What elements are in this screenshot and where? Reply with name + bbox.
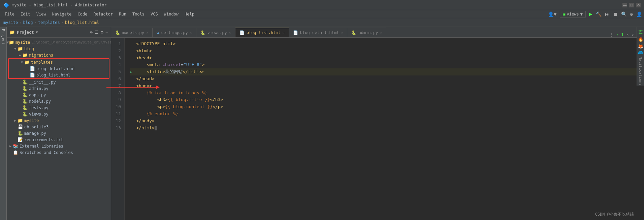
code-editor[interactable]: <!DOCTYPE html> <html> <head> <meta char… [125, 38, 637, 220]
views-button[interactable]: ▣ views ▼ [560, 11, 586, 18]
tab-nav-down-icon[interactable]: ∨ [632, 32, 634, 37]
tab-close-admin[interactable]: ✕ [380, 31, 382, 34]
tree-item-init-py[interactable]: 🐍 __init__.py [7, 79, 111, 85]
tab-blog-list-html[interactable]: 📄 blog_list.html ✕ [235, 28, 289, 37]
editor-area: 🐍 models.py ✕ ⚙ settings.py ✕ 🐍 views.py… [111, 27, 637, 220]
tree-item-manage-py[interactable]: 🐍 manage.py [7, 130, 111, 136]
tree-label-apps-py: apps.py [29, 93, 46, 97]
menu-navigate[interactable]: Navigate [50, 11, 74, 17]
tree-item-external-libs[interactable]: ▶ 📚 External Libraries [7, 143, 111, 149]
tree-item-scratches[interactable]: 📋 Scratches and Consoles [7, 149, 111, 156]
tree-label-blog-detail-html: blog_detail.html [36, 66, 75, 71]
tab-close-blog-list[interactable]: ✕ [283, 31, 285, 35]
tree-item-views-py[interactable]: 🐍 views.py [7, 111, 111, 117]
collapse-all-icon[interactable]: ☰ [95, 30, 99, 35]
menu-view[interactable]: View [34, 11, 49, 17]
cursor-caret [155, 126, 157, 130]
menu-file[interactable]: File [2, 11, 17, 17]
panel-dropdown-icon[interactable]: ▼ [36, 30, 38, 34]
views-dropdown-icon: ▼ [580, 12, 583, 17]
tab-close-views-py[interactable]: ✕ [229, 31, 231, 34]
debug-run-button[interactable]: ⏭ [605, 11, 610, 17]
watermark-text: CSDN @小鲁不吃猪蹄 [595, 212, 634, 217]
tab-nav-up-icon[interactable]: ∧ [626, 32, 629, 37]
tree-label-templates: templates [31, 60, 53, 65]
panel-settings-icon[interactable]: ⚙ [101, 30, 103, 35]
tree-folder-icon-blog: 📁 [18, 46, 23, 51]
tree-item-models-py[interactable]: 🐍 models.py [7, 98, 111, 104]
tree-label-admin-py: admin.py [29, 86, 49, 91]
panel-folder-icon: 📁 [9, 30, 15, 35]
tree-item-requirements-txt[interactable]: 📝 requirements.txt [7, 136, 111, 143]
tree-folder-icon-migrations: 📁 [22, 53, 28, 58]
line-numbers: 12345 678910 111213 [111, 38, 125, 220]
locate-file-icon[interactable]: ⊕ [90, 30, 93, 35]
tree-item-migrations[interactable]: ▶ 📁 migrations [7, 52, 111, 58]
tree-label-models-py: models.py [29, 99, 51, 104]
notification-icon-3[interactable]: 🦊 [638, 44, 643, 49]
user-profile-icon[interactable]: 👤 [636, 11, 642, 17]
tab-more-icon[interactable]: ⋮ [610, 32, 614, 37]
tree-item-admin-py[interactable]: 🐍 admin.py [7, 85, 111, 92]
tree-item-mysite-root[interactable]: ▼ 📁 mysite E:\about_Django\test\mysite_e… [7, 39, 111, 45]
build-button[interactable]: 🔨 [596, 11, 602, 17]
code-line-4: <meta charset="UTF-8"> [130, 61, 637, 68]
tab-bar-actions: ⋮ ✓ 1 ∧ ∨ [607, 32, 637, 37]
close-button[interactable]: ✕ [636, 3, 641, 7]
tree-item-mysite-sub[interactable]: ▶ 📁 mysite [7, 117, 111, 124]
breadcrumb-mysite[interactable]: mysite [3, 20, 18, 25]
menu-code[interactable]: Code [75, 11, 90, 17]
minimize-button[interactable]: — [622, 3, 627, 7]
tree-item-apps-py[interactable]: 🐍 apps.py [7, 92, 111, 98]
notification-icon-2[interactable]: 🔥 [638, 37, 643, 42]
menu-tools[interactable]: Tools [130, 11, 147, 17]
search-everywhere-icon[interactable]: 🔍 [621, 11, 627, 17]
menu-refactor[interactable]: Refactor [91, 11, 116, 17]
code-line-5: ▶ <title>我的网站</title> [130, 68, 637, 75]
breadcrumb-blog[interactable]: blog [23, 20, 33, 25]
stop-button[interactable]: ⏹ [613, 11, 618, 17]
maximize-button[interactable]: □ [629, 3, 634, 7]
tab-blog-detail-html[interactable]: 📄 blog_detail.html ✕ [289, 28, 348, 37]
run-button[interactable]: ▶ [589, 11, 592, 17]
menu-vcs[interactable]: VCS [148, 11, 161, 17]
tab-admin-py[interactable]: 🐍 admin.py ✕ [347, 28, 386, 37]
menu-help[interactable]: Help [182, 11, 197, 17]
tree-item-tests-py[interactable]: 🐍 tests.py [7, 104, 111, 111]
notification-icon-1[interactable]: 🖼 [638, 30, 643, 35]
tree-item-templates[interactable]: ▼ 📁 templates [9, 59, 109, 65]
breadcrumb-templates[interactable]: templates [38, 20, 60, 25]
panel-header: 📁 Project ▼ ⊕ ☰ ⚙ − [7, 27, 111, 38]
code-view[interactable]: 12345 678910 111213 <!DOCTYPE html> <htm… [111, 38, 637, 220]
panel-title: Project [17, 30, 34, 35]
tree-file-icon-admin: 🐍 [22, 86, 28, 91]
tab-close-settings-py[interactable]: ✕ [190, 31, 192, 34]
tab-close-blog-detail[interactable]: ✕ [341, 31, 343, 34]
tree-item-blog-detail-html[interactable]: 📄 blog_detail.html [9, 65, 109, 72]
close-panel-icon[interactable]: − [105, 30, 108, 35]
tab-models-py[interactable]: 🐍 models.py ✕ [111, 28, 153, 37]
tree-label-mysite-root: mysite [15, 40, 30, 45]
settings-icon[interactable]: ⚙ [630, 11, 633, 17]
title-bar-controls[interactable]: — □ ✕ [622, 3, 641, 7]
views-icon: ▣ [563, 12, 565, 17]
menu-window[interactable]: Window [161, 11, 181, 17]
tree-file-icon-models: 🐍 [22, 99, 28, 104]
project-side-tab[interactable]: Project [0, 27, 7, 220]
main-layout: Project 📁 Project ▼ ⊕ ☰ ⚙ − ▼ 📁 mysite [0, 27, 644, 220]
tree-file-icon-blog-detail: 📄 [30, 66, 35, 71]
notif-icons: 🖼 🔥 🦊 🌐 [637, 27, 644, 54]
tab-settings-py[interactable]: ⚙ settings.py ✕ [153, 28, 196, 37]
notifications-label[interactable]: Notifications [637, 54, 644, 86]
menu-run[interactable]: Run [116, 11, 129, 17]
code-line-12: </body> [130, 118, 637, 125]
tree-item-blog[interactable]: ▼ 📁 blog [7, 45, 111, 52]
menu-edit[interactable]: Edit [18, 11, 33, 17]
tree-item-db-sqlite3[interactable]: 💾 db.sqlite3 [7, 124, 111, 130]
tab-close-models-py[interactable]: ✕ [146, 31, 148, 34]
app-icon: 🔷 [3, 2, 9, 8]
tree-item-blog-list-html[interactable]: 📄 blog_list.html [9, 72, 109, 78]
tree-folder-icon-mysite-sub: 📁 [18, 118, 23, 123]
tab-views-py[interactable]: 🐍 views.py ✕ [196, 28, 235, 37]
user-icon[interactable]: 👤▼ [548, 11, 556, 17]
